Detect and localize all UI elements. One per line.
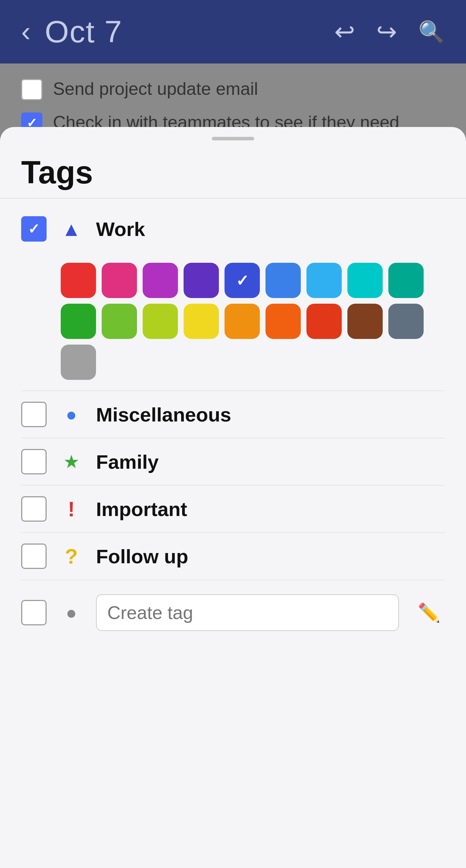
- pencil-icon: ✏️: [418, 602, 441, 624]
- important-icon: !: [61, 497, 82, 521]
- undo-button[interactable]: ↩: [334, 17, 355, 46]
- divider: [21, 579, 445, 580]
- work-icon: ▲: [61, 218, 82, 241]
- tag-row-main-work: ✓ ▲ Work: [21, 216, 445, 242]
- header-left: ‹ Oct 7: [21, 14, 123, 50]
- work-label: Work: [96, 218, 145, 241]
- follow-up-label: Follow up: [96, 545, 188, 568]
- color-swatch-14[interactable]: [265, 304, 301, 339]
- family-label: Family: [96, 450, 159, 473]
- tags-sheet: Tags ✓ ▲ Work ✓ ● Miscellaneous: [0, 127, 466, 868]
- important-label: Important: [96, 498, 187, 521]
- miscellaneous-label: Miscellaneous: [96, 403, 231, 426]
- create-tag-input-wrap: [96, 594, 399, 631]
- color-swatch-13[interactable]: [225, 304, 260, 339]
- follow-up-icon: ?: [61, 544, 82, 569]
- color-swatch-18[interactable]: [61, 345, 96, 380]
- tag-checkbox-family[interactable]: [21, 449, 47, 474]
- color-swatch-3[interactable]: [184, 263, 219, 298]
- tag-checkbox-work[interactable]: ✓: [21, 216, 47, 242]
- task-label-1: Send project update email: [53, 78, 258, 101]
- search-button[interactable]: 🔍: [418, 19, 445, 44]
- tag-list: ✓ ▲ Work ✓ ● Miscellaneous ★ Family: [0, 199, 466, 649]
- tag-row-follow-up: ? Follow up: [0, 533, 466, 579]
- color-swatch-1[interactable]: [102, 263, 137, 298]
- color-swatch-6[interactable]: [306, 263, 342, 298]
- swatch-check-icon: ✓: [236, 272, 249, 290]
- tag-checkbox-miscellaneous[interactable]: [21, 402, 47, 427]
- redo-button[interactable]: ↪: [376, 17, 397, 46]
- color-swatch-16[interactable]: [347, 304, 383, 339]
- family-icon: ★: [61, 451, 82, 472]
- color-swatch-9[interactable]: [61, 304, 96, 339]
- task-checkbox-1[interactable]: [21, 79, 42, 100]
- color-swatch-7[interactable]: [347, 263, 383, 298]
- miscellaneous-icon: ●: [61, 404, 82, 425]
- check-icon: ✓: [28, 221, 40, 237]
- handle-bar: [212, 137, 254, 140]
- color-swatch-11[interactable]: [143, 304, 178, 339]
- color-swatch-8[interactable]: [388, 263, 424, 298]
- color-swatch-0[interactable]: [61, 263, 96, 298]
- edit-tag-button[interactable]: ✏️: [413, 597, 445, 629]
- create-tag-input[interactable]: [107, 602, 388, 623]
- header: ‹ Oct 7 ↩ ↪ 🔍: [0, 0, 466, 63]
- tags-header: Tags: [0, 147, 466, 199]
- create-tag-icon: ●: [61, 602, 82, 623]
- tag-row-work: ✓ ▲ Work ✓: [0, 206, 466, 390]
- task-item: Send project update email: [21, 78, 445, 101]
- tag-row-important: ! Important: [0, 486, 466, 532]
- tag-checkbox-important[interactable]: [21, 496, 47, 522]
- create-tag-row: ● ✏️: [0, 584, 466, 642]
- create-tag-checkbox[interactable]: [21, 600, 47, 625]
- color-swatch-12[interactable]: [184, 304, 219, 339]
- tag-row-family: ★ Family: [0, 438, 466, 485]
- color-swatch-10[interactable]: [102, 304, 137, 339]
- color-swatch-4[interactable]: ✓: [225, 263, 260, 298]
- color-swatch-5[interactable]: [265, 263, 301, 298]
- page-title: Oct 7: [45, 14, 123, 50]
- header-right: ↩ ↪ 🔍: [334, 17, 445, 46]
- sheet-handle[interactable]: [0, 127, 466, 147]
- tags-title: Tags: [21, 155, 93, 190]
- color-swatch-17[interactable]: [388, 304, 424, 339]
- color-swatch-2[interactable]: [143, 263, 178, 298]
- tag-checkbox-follow-up[interactable]: [21, 544, 47, 569]
- color-palette: ✓: [21, 256, 445, 380]
- back-button[interactable]: ‹: [21, 16, 31, 48]
- tag-row-miscellaneous: ● Miscellaneous: [0, 391, 466, 438]
- color-swatch-15[interactable]: [306, 304, 342, 339]
